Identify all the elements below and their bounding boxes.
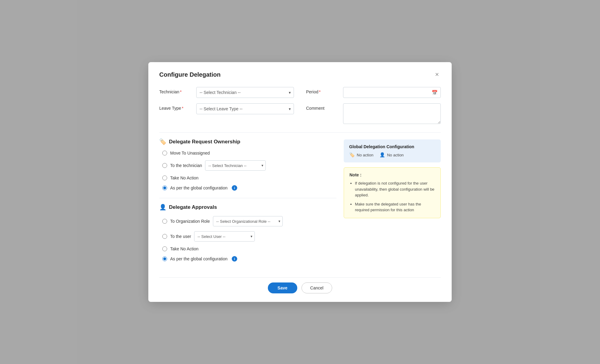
note-box: Note : If delegation is not configured f… xyxy=(344,167,441,218)
left-panel: 🏷️ Delegate Request Ownership Move To Un… xyxy=(159,138,336,269)
period-label: Period* xyxy=(306,87,339,94)
ownership-option-move-unassigned: Move To Unassigned xyxy=(162,151,336,155)
note-title: Note : xyxy=(349,172,435,177)
approvals-label-take-no-action: Take No Action xyxy=(170,246,198,251)
ownership-label-to-technician: To the technician xyxy=(170,163,202,168)
divider-top xyxy=(159,132,441,133)
approvals-option-to-user: To the user -- Select User -- ▾ xyxy=(162,231,336,242)
approvals-label-to-user: To the user xyxy=(170,234,191,239)
action2-label: No action xyxy=(387,153,404,157)
note-list: If delegation is not configured for the … xyxy=(349,180,435,213)
approvals-option-to-org-role: To Organization Role -- Select Organizat… xyxy=(162,216,336,226)
technician-label: Technician* xyxy=(159,87,193,94)
leave-type-select-wrapper: -- Select Leave Type -- ▾ xyxy=(196,103,294,114)
ownership-label-take-no-action: Take No Action xyxy=(170,175,198,180)
note-item-1: If delegation is not configured for the … xyxy=(355,180,435,198)
ownership-option-as-per-global: As per the global configuration i xyxy=(162,185,336,191)
leave-type-select[interactable]: -- Select Leave Type -- xyxy=(196,103,294,114)
ownership-info-icon[interactable]: i xyxy=(232,185,237,191)
global-config-actions: 🏷️ No action 👤 No action xyxy=(349,152,435,158)
ownership-title: Delegate Request Ownership xyxy=(169,139,240,145)
comment-row: Comment xyxy=(306,103,441,124)
leave-type-row: Leave Type* -- Select Leave Type -- ▾ xyxy=(159,103,294,124)
approvals-info-icon[interactable]: i xyxy=(232,256,237,262)
global-config-title: Global Delegation Configuration xyxy=(349,144,435,149)
approvals-radio-take-no-action[interactable] xyxy=(162,246,167,251)
ownership-option-to-technician: To the technician -- Select Technician -… xyxy=(162,160,336,171)
period-row: Period* 📅 xyxy=(306,87,441,98)
close-button[interactable]: × xyxy=(433,71,441,78)
leave-type-label: Leave Type* xyxy=(159,103,193,111)
note-item-2: Make sure the delegated user has the req… xyxy=(355,201,435,213)
org-role-select[interactable]: -- Select Organizational Role -- xyxy=(213,216,283,226)
approvals-radio-to-org-role[interactable] xyxy=(162,219,167,224)
approvals-icon: 👤 xyxy=(159,204,167,211)
technician-sm-select-wrapper: -- Select Technician -- ▾ xyxy=(205,160,266,171)
ownership-label-as-per-global: As per the global configuration xyxy=(170,185,228,190)
action2-icon: 👤 xyxy=(379,152,385,158)
action1-icon: 🏷️ xyxy=(349,152,355,158)
ownership-radio-to-technician[interactable] xyxy=(162,163,167,168)
ownership-icon: 🏷️ xyxy=(159,138,167,145)
approvals-label-to-org-role: To Organization Role xyxy=(170,219,210,224)
technician-select-wrapper: -- Select Technician -- ▾ xyxy=(196,87,294,98)
delegate-ownership-header: 🏷️ Delegate Request Ownership xyxy=(159,138,336,145)
period-input[interactable] xyxy=(343,87,441,98)
ownership-label-move-unassigned: Move To Unassigned xyxy=(170,151,210,155)
user-select[interactable]: -- Select User -- xyxy=(194,231,255,242)
approvals-option-as-per-global: As per the global configuration i xyxy=(162,256,336,262)
approvals-radio-group: To Organization Role -- Select Organizat… xyxy=(162,216,336,262)
right-panel: Global Delegation Configuration 🏷️ No ac… xyxy=(344,138,441,269)
modal-overlay: Configure Delegation × Technician* -- Se… xyxy=(0,0,600,364)
global-config-box: Global Delegation Configuration 🏷️ No ac… xyxy=(344,139,441,162)
action1-label: No action xyxy=(357,153,373,157)
technician-row: Technician* -- Select Technician -- ▾ xyxy=(159,87,294,98)
top-form-grid: Technician* -- Select Technician -- ▾ Pe… xyxy=(159,87,441,129)
ownership-option-take-no-action: Take No Action xyxy=(162,175,336,180)
approvals-radio-to-user[interactable] xyxy=(162,234,167,239)
approvals-title: Delegate Approvals xyxy=(169,204,217,210)
technician-select[interactable]: -- Select Technician -- xyxy=(196,87,294,98)
period-input-wrapper: 📅 xyxy=(343,87,441,98)
ownership-radio-as-per-global[interactable] xyxy=(162,185,167,190)
ownership-radio-group: Move To Unassigned To the technician -- … xyxy=(162,151,336,191)
approvals-option-take-no-action: Take No Action xyxy=(162,246,336,251)
comment-textarea[interactable] xyxy=(343,103,441,124)
modal-header: Configure Delegation × xyxy=(159,71,441,78)
global-action-1: 🏷️ No action xyxy=(349,152,373,158)
delegate-approvals-header: 👤 Delegate Approvals xyxy=(159,204,336,211)
comment-label: Comment xyxy=(306,103,339,111)
modal-title: Configure Delegation xyxy=(159,71,221,78)
org-role-select-wrapper: -- Select Organizational Role -- ▾ xyxy=(213,216,283,226)
divider-middle xyxy=(159,198,336,198)
modal-footer: Save Cancel xyxy=(159,277,441,293)
configure-delegation-modal: Configure Delegation × Technician* -- Se… xyxy=(148,62,452,302)
approvals-radio-as-per-global[interactable] xyxy=(162,256,167,261)
main-content: 🏷️ Delegate Request Ownership Move To Un… xyxy=(159,138,441,269)
approvals-label-as-per-global: As per the global configuration xyxy=(170,256,228,261)
global-action-2: 👤 No action xyxy=(379,152,404,158)
ownership-radio-move-unassigned[interactable] xyxy=(162,151,167,155)
user-select-wrapper: -- Select User -- ▾ xyxy=(194,231,255,242)
technician-sm-select[interactable]: -- Select Technician -- xyxy=(205,160,266,171)
cancel-button[interactable]: Cancel xyxy=(302,282,332,293)
save-button[interactable]: Save xyxy=(268,282,297,293)
ownership-radio-take-no-action[interactable] xyxy=(162,175,167,180)
